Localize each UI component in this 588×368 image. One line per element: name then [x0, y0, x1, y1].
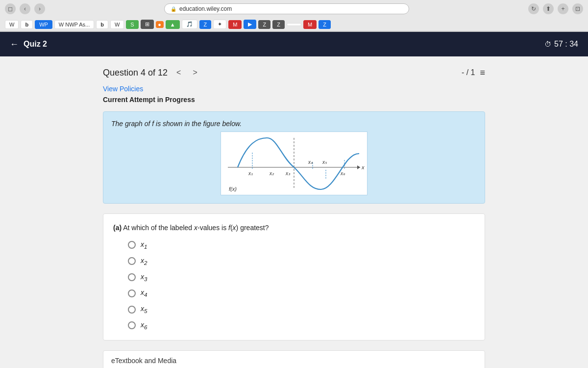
- bookmark-w[interactable]: W: [5, 20, 19, 29]
- reload-button[interactable]: ↻: [528, 3, 539, 14]
- option-label-x1[interactable]: x1: [141, 240, 147, 250]
- option-x2: x2: [128, 257, 475, 266]
- bookmark-b2[interactable]: b: [96, 20, 108, 29]
- browser-chrome: ◻ ‹ › 🔒 education.wiley.com ↻ ⬆ + ⊡ W b …: [0, 0, 588, 32]
- bookmark-wp[interactable]: WP: [35, 20, 52, 29]
- bookmark-grid[interactable]: ⊞: [141, 20, 154, 29]
- answer-box: (a) At which of the labeled x-values is …: [103, 213, 485, 341]
- radio-x5[interactable]: [128, 306, 136, 314]
- bookmark-wnwp[interactable]: W NWP As...: [54, 20, 94, 29]
- question-label: Question 4 of 12: [103, 68, 168, 78]
- option-x4: x4: [128, 289, 475, 298]
- radio-x3[interactable]: [128, 273, 136, 281]
- timer: ⏱ 57 : 34: [544, 40, 578, 49]
- figure-text-before: The graph of: [111, 120, 152, 128]
- part-label: (a): [113, 224, 122, 232]
- radio-x6[interactable]: [128, 321, 136, 329]
- option-x5: x5: [128, 305, 475, 314]
- question-score: - / 1 ≡: [462, 68, 485, 78]
- bookmark-blank[interactable]: [287, 23, 301, 26]
- svg-text:x₆: x₆: [340, 171, 345, 176]
- bookmark-z3[interactable]: Z: [258, 20, 270, 29]
- figure-box: The graph of f is shown in the figure be…: [103, 111, 485, 204]
- next-question-button[interactable]: >: [190, 66, 200, 79]
- options-list: x1 x2 x3 x4 x5 x6: [113, 240, 475, 330]
- option-label-x6[interactable]: x6: [141, 321, 147, 330]
- etextbook-label: eTextbook and Media: [111, 357, 176, 365]
- svg-text:x₅: x₅: [322, 159, 327, 165]
- bookmark-dots[interactable]: ✦: [213, 20, 226, 29]
- quiz-title: Quiz 2: [24, 40, 47, 49]
- fullscreen-button[interactable]: ⊡: [572, 3, 583, 14]
- lock-icon: 🔒: [171, 6, 176, 12]
- back-nav-button[interactable]: ‹: [20, 3, 30, 14]
- figure-text-after: is shown in the figure below.: [154, 120, 242, 128]
- add-tab-button[interactable]: +: [558, 3, 568, 14]
- option-x6: x6: [128, 321, 475, 330]
- answer-question-text: (a) At which of the labeled x-values is …: [113, 224, 475, 232]
- browser-toolbar: ◻ ‹ › 🔒 education.wiley.com ↻ ⬆ + ⊡: [0, 0, 588, 18]
- option-label-x2[interactable]: x2: [141, 257, 147, 266]
- app-header-left: ← Quiz 2: [10, 39, 47, 50]
- back-button[interactable]: ◻: [5, 3, 16, 14]
- main-content: Question 4 of 12 < > - / 1 ≡ View Polici…: [93, 56, 495, 368]
- view-policies-link[interactable]: View Policies: [103, 85, 485, 93]
- option-label-x4[interactable]: x4: [141, 289, 147, 298]
- bookmark-z1[interactable]: 🎵: [182, 20, 197, 29]
- svg-text:x₃: x₃: [285, 171, 291, 176]
- bookmark-b[interactable]: b: [21, 20, 33, 29]
- bookmark-z4[interactable]: Z: [272, 20, 285, 29]
- bookmark-m2[interactable]: M: [303, 20, 317, 29]
- option-x1: x1: [128, 240, 475, 250]
- bookmark-m[interactable]: M: [228, 20, 242, 29]
- bookmark-drive[interactable]: ▲: [166, 20, 180, 29]
- timer-icon: ⏱: [544, 40, 551, 48]
- bookmark-z5[interactable]: Z: [318, 20, 331, 29]
- bookmark-blue[interactable]: ▶: [244, 20, 256, 29]
- bookmark-w2[interactable]: W: [110, 20, 124, 29]
- figure-description: The graph of f is shown in the figure be…: [111, 120, 477, 128]
- current-attempt-label: Current Attempt in Progress: [103, 96, 485, 104]
- figure-inner: x f(x) x₁ x₂ x₃ x₄: [111, 131, 477, 195]
- prev-question-button[interactable]: <: [173, 66, 184, 79]
- svg-text:f(x): f(x): [229, 186, 237, 192]
- svg-marker-2: [357, 165, 360, 169]
- app-header: ← Quiz 2 ⏱ 57 : 34: [0, 32, 588, 56]
- url-text: education.wiley.com: [179, 5, 232, 12]
- back-to-quiz-button[interactable]: ←: [10, 39, 19, 50]
- question-header: Question 4 of 12 < > - / 1 ≡: [103, 66, 485, 79]
- forward-nav-button[interactable]: ›: [34, 3, 45, 14]
- option-label-x5[interactable]: x5: [141, 305, 147, 314]
- graph-container: x f(x) x₁ x₂ x₃ x₄: [220, 131, 368, 195]
- svg-text:x₂: x₂: [269, 171, 274, 176]
- bookmark-z2[interactable]: Z: [199, 20, 212, 29]
- svg-text:x: x: [361, 164, 365, 170]
- option-label-x3[interactable]: x3: [141, 273, 147, 282]
- address-bar[interactable]: 🔒 education.wiley.com: [164, 3, 409, 14]
- share-button[interactable]: ⬆: [543, 3, 554, 14]
- bookmarks-bar: W b WP W NWP As... b W S ⊞ ● ▲ 🎵 Z ✦ M ▶…: [0, 18, 588, 31]
- radio-x2[interactable]: [128, 257, 136, 265]
- timer-value: 57 : 34: [554, 40, 578, 49]
- svg-text:x₄: x₄: [308, 159, 313, 165]
- radio-x4[interactable]: [128, 289, 136, 297]
- svg-text:x₁: x₁: [248, 171, 253, 176]
- radio-x1[interactable]: [128, 241, 136, 249]
- bookmark-o[interactable]: ●: [156, 21, 164, 28]
- etextbook-bar: eTextbook and Media: [103, 350, 485, 368]
- score-text: - / 1: [462, 68, 475, 77]
- graph-svg: x f(x) x₁ x₂ x₃ x₄: [223, 133, 365, 194]
- option-x3: x3: [128, 273, 475, 282]
- question-nav: Question 4 of 12 < >: [103, 66, 200, 79]
- list-icon[interactable]: ≡: [480, 68, 485, 78]
- bookmark-s[interactable]: S: [126, 20, 138, 29]
